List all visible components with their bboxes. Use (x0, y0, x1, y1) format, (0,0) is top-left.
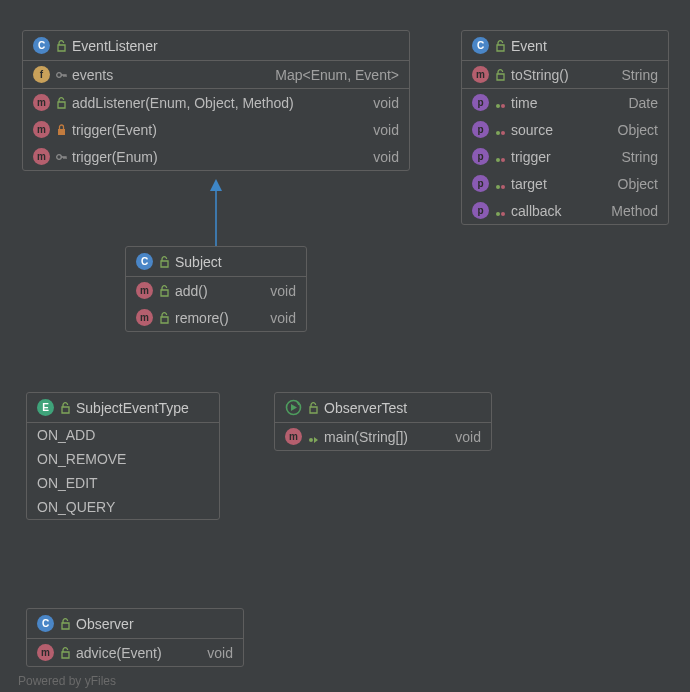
class-title: SubjectEventType (76, 400, 189, 416)
key-icon (56, 151, 66, 163)
property-icon: p (472, 121, 489, 138)
class-title: Event (511, 38, 547, 54)
member-type: String (621, 149, 658, 165)
method-icon: m (472, 66, 489, 83)
class-subject[interactable]: C Subject m add() void m remore() void (125, 246, 307, 332)
run-icon (308, 431, 318, 443)
member-type: void (455, 429, 481, 445)
class-event[interactable]: C Event m toString() String p time Date … (461, 30, 669, 225)
member-name: trigger(Event) (72, 122, 157, 138)
class-header: C Event (462, 31, 668, 61)
method-row[interactable]: m advice(Event) void (27, 639, 243, 666)
unlock-icon (159, 256, 169, 268)
inheritance-arrow (208, 179, 228, 249)
unlock-icon (308, 402, 318, 414)
enum-value[interactable]: ON_ADD (27, 423, 219, 447)
rw-icon (495, 205, 505, 217)
property-row[interactable]: p time Date (462, 89, 668, 116)
method-row[interactable]: m addListener(Enum, Object, Method) void (23, 89, 409, 116)
member-name: trigger (511, 149, 551, 165)
class-header: C Subject (126, 247, 306, 277)
member-name: time (511, 95, 537, 111)
enum-subject-event-type[interactable]: E SubjectEventType ON_ADD ON_REMOVE ON_E… (26, 392, 220, 520)
enum-value[interactable]: ON_REMOVE (27, 447, 219, 471)
member-name: target (511, 176, 547, 192)
method-row[interactable]: m remore() void (126, 304, 306, 331)
method-icon: m (37, 644, 54, 661)
method-row[interactable]: m trigger(Event) void (23, 116, 409, 143)
property-icon: p (472, 202, 489, 219)
member-name: addListener(Enum, Object, Method) (72, 95, 294, 111)
member-name: remore() (175, 310, 229, 326)
member-type: void (373, 149, 399, 165)
class-icon: C (472, 37, 489, 54)
member-name: trigger(Enum) (72, 149, 158, 165)
member-type: Date (628, 95, 658, 111)
svg-marker-6 (210, 179, 222, 191)
member-name: toString() (511, 67, 569, 83)
method-row[interactable]: m add() void (126, 277, 306, 304)
class-title: EventListener (72, 38, 158, 54)
member-type: void (207, 645, 233, 661)
rw-icon (495, 178, 505, 190)
class-icon: C (33, 37, 50, 54)
property-row[interactable]: p source Object (462, 116, 668, 143)
class-icon: C (37, 615, 54, 632)
member-name: main(String[]) (324, 429, 408, 445)
footer-credit: Powered by yFiles (18, 674, 116, 688)
field-icon: f (33, 66, 50, 83)
class-header: E SubjectEventType (27, 393, 219, 423)
method-row[interactable]: m trigger(Enum) void (23, 143, 409, 170)
member-type: Map<Enum, Event> (275, 67, 399, 83)
unlock-icon (56, 40, 66, 52)
lock-icon (56, 124, 66, 136)
property-row[interactable]: p target Object (462, 170, 668, 197)
unlock-icon (495, 69, 505, 81)
rw-icon (495, 124, 505, 136)
member-type: String (621, 67, 658, 83)
unlock-icon (60, 647, 70, 659)
class-title: ObserverTest (324, 400, 407, 416)
runnable-class-icon (285, 399, 302, 416)
method-row[interactable]: m toString() String (462, 61, 668, 89)
member-name: add() (175, 283, 208, 299)
member-type: Object (618, 176, 658, 192)
property-icon: p (472, 94, 489, 111)
class-header: ObserverTest (275, 393, 491, 423)
property-row[interactable]: p trigger String (462, 143, 668, 170)
unlock-icon (60, 402, 70, 414)
class-title: Subject (175, 254, 222, 270)
unlock-icon (56, 97, 66, 109)
method-icon: m (33, 121, 50, 138)
member-type: void (270, 310, 296, 326)
method-icon: m (285, 428, 302, 445)
enum-icon: E (37, 399, 54, 416)
member-name: callback (511, 203, 562, 219)
method-row[interactable]: m main(String[]) void (275, 423, 491, 450)
property-icon: p (472, 148, 489, 165)
member-type: void (373, 122, 399, 138)
property-row[interactable]: p callback Method (462, 197, 668, 224)
method-icon: m (33, 94, 50, 111)
rw-icon (495, 151, 505, 163)
method-icon: m (33, 148, 50, 165)
method-icon: m (136, 282, 153, 299)
class-observer[interactable]: C Observer m advice(Event) void (26, 608, 244, 667)
class-header: C EventListener (23, 31, 409, 61)
class-observer-test[interactable]: ObserverTest m main(String[]) void (274, 392, 492, 451)
key-icon (56, 69, 66, 81)
class-header: C Observer (27, 609, 243, 639)
member-name: advice(Event) (76, 645, 162, 661)
method-icon: m (136, 309, 153, 326)
member-type: void (373, 95, 399, 111)
member-name: events (72, 67, 113, 83)
property-icon: p (472, 175, 489, 192)
field-row[interactable]: f events Map<Enum, Event> (23, 61, 409, 89)
unlock-icon (495, 40, 505, 52)
class-icon: C (136, 253, 153, 270)
enum-value[interactable]: ON_EDIT (27, 471, 219, 495)
unlock-icon (159, 285, 169, 297)
enum-value[interactable]: ON_QUERY (27, 495, 219, 519)
member-type: Method (611, 203, 658, 219)
class-event-listener[interactable]: C EventListener f events Map<Enum, Event… (22, 30, 410, 171)
